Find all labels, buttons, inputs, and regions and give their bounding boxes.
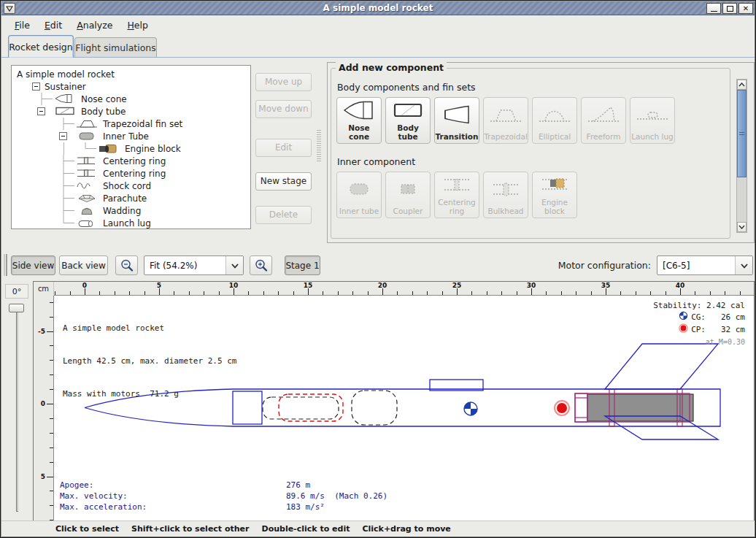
maximize-button[interactable] [722, 3, 737, 14]
move-up-button[interactable]: Move up [255, 73, 312, 91]
add-launch-lug-button[interactable]: Launch lug [630, 97, 675, 144]
nose-cone-shoulder[interactable] [233, 391, 262, 424]
tree-item-nose-cone[interactable]: Nose cone [12, 93, 250, 105]
tree-item-inner-tube[interactable]: Inner Tube [12, 130, 250, 142]
tree-item-label: Centering ring [103, 156, 166, 166]
add-engine-block-button[interactable]: Engine block [532, 172, 577, 218]
fin-elliptical-icon [538, 98, 571, 132]
component-tree[interactable]: A simple model rocketSustainerNose coneB… [11, 65, 251, 229]
tree-item-label: Wadding [103, 206, 141, 216]
tab-rocket-design[interactable]: Rocket design [8, 35, 74, 58]
tree-item-label: Inner Tube [103, 131, 149, 142]
tree-expander[interactable] [32, 82, 40, 91]
menu-file[interactable]: File [9, 18, 36, 33]
menu-analyze[interactable]: Analyze [71, 18, 118, 33]
fin-trapezoidal-icon [489, 98, 522, 132]
tree-item-label: Engine block [125, 144, 181, 154]
zoom-combo-arrow[interactable] [225, 256, 243, 274]
tree-item-parachute[interactable]: Parachute [12, 192, 250, 204]
delete-button[interactable]: Delete [255, 206, 312, 224]
add-bulkhead-button[interactable]: Bulkhead [483, 172, 528, 218]
toolbar-grip[interactable] [4, 254, 7, 276]
scrollbar[interactable] [736, 79, 747, 233]
minimize-button[interactable] [706, 3, 721, 14]
scroll-up-button[interactable] [737, 80, 747, 90]
v-ruler-label: -5 [38, 327, 45, 334]
fin-upper-outline[interactable] [605, 344, 718, 389]
add-nose-cone-button[interactable]: Nose cone [336, 97, 382, 144]
cp-marker [555, 401, 569, 415]
tab-flight-simulations[interactable]: Flight simulations [74, 37, 157, 58]
tree-item-centering-ring[interactable]: Centering ring [12, 167, 250, 180]
zoom-in-button[interactable] [250, 255, 272, 275]
stage-1-toggle[interactable]: Stage 1 [285, 255, 320, 275]
scroll-down-button[interactable] [737, 222, 747, 232]
flight-stat-label: Apogee: [60, 480, 286, 491]
nosecone-icon [54, 93, 76, 104]
rotation-slider-track[interactable] [16, 305, 18, 512]
component-button-label: Inner tube [339, 207, 379, 215]
add-trapezoidal-button[interactable]: Trapezoidal [483, 97, 528, 144]
add-freeform-button[interactable]: Freeform [581, 97, 626, 144]
add-body-tube-button[interactable]: Body tube [385, 97, 431, 144]
tree-item-wadding[interactable]: Wadding [12, 204, 250, 217]
motor-combo-arrow[interactable] [735, 256, 752, 274]
rocket-canvas[interactable]: A simple model rocket Length 42.5 cm, ma… [54, 296, 754, 521]
menu-edit[interactable]: Edit [39, 18, 68, 33]
rocket-dimensions-line: Length 42.5 cm, max. diameter 2.5 cm [63, 356, 236, 366]
parachute-icon [76, 193, 98, 204]
stability-label: CP: [691, 324, 706, 335]
tree-item-trapezoidal-fin-set[interactable]: Trapezoidal fin set [12, 118, 250, 130]
tree-item-engine-block[interactable]: Engine block [12, 142, 250, 155]
transition-icon [440, 98, 474, 132]
tree-item-shock-cord[interactable]: Shock cord [12, 180, 250, 192]
tree-item-label: Shock cord [103, 181, 151, 191]
add-component-title: Add new component [336, 62, 447, 73]
rotation-slider-handle[interactable] [9, 304, 24, 312]
body-components-label: Body components and fin sets [337, 82, 476, 93]
back-view-button[interactable]: Back view [59, 255, 108, 275]
status-hint: Click+drag to move [362, 524, 450, 534]
zoom-out-button[interactable] [115, 255, 138, 275]
h-ruler-label: 0 [82, 282, 87, 289]
tree-root-item[interactable]: A simple model rocket [12, 68, 250, 80]
tree-item-body-tube[interactable]: Body tube [12, 105, 250, 118]
launch-lug-icon [636, 98, 669, 132]
fin-icon [76, 118, 98, 129]
add-coupler-button[interactable]: Coupler [385, 172, 431, 218]
stability-label: CG: [691, 312, 706, 323]
zoom-level-combo[interactable]: Fit (54.2%) [144, 255, 244, 275]
menu-help[interactable]: Help [121, 18, 154, 33]
component-button-label: Elliptical [539, 132, 571, 141]
edit-button[interactable]: Edit [255, 139, 312, 157]
add-centering-ring-button[interactable]: Centering ring [434, 172, 479, 218]
flight-stat-value: 183 m/s² [286, 502, 325, 512]
add-transition-button[interactable]: Transition [434, 97, 479, 144]
centeringring-icon [76, 168, 98, 179]
rotation-angle-readout: 0° [5, 284, 28, 299]
flight-stat-value: 276 m [286, 480, 310, 491]
status-hint: Shift+click to select other [131, 524, 250, 534]
scrollbar-thumb[interactable] [737, 90, 747, 177]
tree-item-sustainer[interactable]: Sustainer [12, 80, 250, 93]
close-icon: ✕ [743, 5, 749, 12]
stability-row: Stability: 2.42 cal [653, 300, 745, 311]
tree-item-launch-lug[interactable]: Launch lug [12, 217, 250, 229]
tree-item-centering-ring[interactable]: Centering ring [12, 155, 250, 167]
side-view-button[interactable]: Side view [11, 255, 55, 275]
stability-value: 26 cm [709, 312, 745, 323]
tree-expander[interactable] [59, 132, 67, 140]
add-inner-tube-button[interactable]: Inner tube [336, 172, 382, 218]
add-component-groupbox: Add new component Body components and fi… [331, 68, 730, 239]
move-down-button[interactable]: Move down [255, 100, 312, 118]
window-menu-button[interactable] [4, 3, 15, 14]
close-button[interactable]: ✕ [738, 3, 753, 14]
shock-cord-outline[interactable] [263, 397, 339, 419]
parachute-outline[interactable] [352, 391, 397, 425]
motor-configuration-combo[interactable]: [C6-5] [657, 255, 753, 275]
add-elliptical-button[interactable]: Elliptical [532, 97, 577, 144]
new-stage-button[interactable]: New stage [255, 172, 312, 191]
title-bar: A simple model rocket ✕ [1, 1, 755, 15]
tree-expander[interactable] [37, 107, 45, 115]
splitter-grip[interactable] [317, 128, 321, 162]
